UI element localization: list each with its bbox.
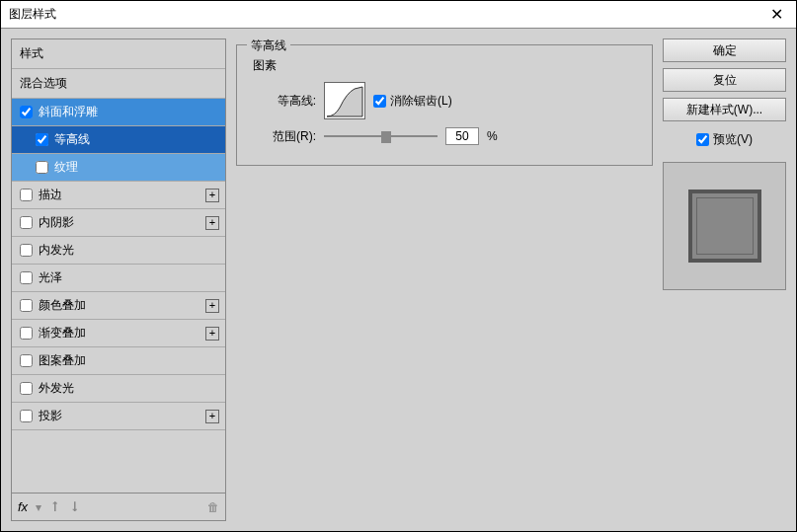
window-title: 图层样式 [9, 6, 757, 23]
preview-box [663, 162, 786, 290]
arrow-up-icon[interactable]: 🠕 [49, 500, 61, 514]
style-label: 描边 [39, 187, 62, 203]
contour-row: 等高线: 消除锯齿(L) [261, 82, 640, 119]
layer-style-dialog: 图层样式 ✕ 样式 混合选项 斜面和浮雕 等高线 纹理 [0, 0, 797, 532]
range-label: 范围(R): [261, 128, 316, 145]
close-button[interactable]: ✕ [757, 1, 796, 29]
style-label: 投影 [39, 408, 62, 424]
fx-label[interactable]: fx [18, 499, 28, 514]
style-item-innerglow[interactable]: 内发光 [12, 237, 225, 265]
style-item-coloroverlay[interactable]: 颜色叠加 + [12, 292, 225, 320]
contour-group: 等高线 图素 等高线: 消除锯齿(L) 范围(R): [236, 44, 653, 166]
settings-panel: 等高线 图素 等高线: 消除锯齿(L) 范围(R): [236, 38, 653, 521]
range-unit: % [487, 129, 498, 143]
arrow-down-icon[interactable]: 🠗 [69, 500, 81, 514]
style-label: 外发光 [39, 380, 74, 397]
reset-button[interactable]: 复位 [663, 68, 786, 92]
style-item-bevel[interactable]: 斜面和浮雕 [12, 99, 225, 126]
style-label: 等高线 [54, 131, 90, 148]
trash-icon[interactable]: 🗑 [207, 500, 219, 514]
style-item-contour[interactable]: 等高线 [12, 126, 225, 154]
ok-button[interactable]: 确定 [663, 38, 786, 62]
style-check-contour[interactable] [36, 133, 48, 146]
sub-title: 图素 [253, 57, 640, 74]
antialias-checkbox[interactable] [373, 95, 386, 108]
style-check-dropshadow[interactable] [20, 410, 33, 422]
style-item-gradientoverlay[interactable]: 渐变叠加 + [12, 320, 225, 347]
style-item-dropshadow[interactable]: 投影 + [12, 403, 225, 430]
style-check-patternoverlay[interactable] [20, 354, 33, 367]
styles-sidebar: 样式 混合选项 斜面和浮雕 等高线 纹理 描边 + [11, 38, 226, 521]
style-check-innershadow[interactable] [20, 216, 33, 229]
add-dropshadow-button[interactable]: + [205, 410, 219, 423]
style-label: 纹理 [54, 159, 78, 176]
style-check-bevel[interactable] [20, 106, 33, 118]
style-check-satin[interactable] [20, 271, 33, 284]
style-item-satin[interactable]: 光泽 [12, 265, 225, 292]
style-label: 内阴影 [39, 214, 74, 231]
add-stroke-button[interactable]: + [205, 189, 219, 202]
new-style-button[interactable]: 新建样式(W)... [663, 98, 786, 121]
style-check-outerglow[interactable] [20, 382, 33, 395]
titlebar: 图层样式 ✕ [1, 1, 796, 29]
slider-thumb[interactable] [381, 131, 391, 143]
style-item-texture[interactable]: 纹理 [12, 154, 225, 182]
dialog-body: 样式 混合选项 斜面和浮雕 等高线 纹理 描边 + [1, 29, 796, 531]
antialias-label: 消除锯齿(L) [390, 93, 452, 110]
style-label: 图案叠加 [39, 352, 86, 369]
preview-toggle: 预览(V) [663, 131, 786, 148]
fx-dropdown-icon[interactable]: ▾ [36, 500, 41, 514]
style-item-outerglow[interactable]: 外发光 [12, 375, 225, 403]
sidebar-footer: fx ▾ 🠕 🠗 🗑 [12, 493, 225, 520]
style-check-innerglow[interactable] [20, 244, 33, 257]
preview-label: 预览(V) [713, 131, 753, 148]
preview-swatch [688, 190, 761, 263]
add-innershadow-button[interactable]: + [205, 216, 219, 230]
styles-list: 样式 混合选项 斜面和浮雕 等高线 纹理 描边 + [12, 39, 225, 493]
style-label: 光泽 [39, 269, 62, 286]
blending-options-header[interactable]: 混合选项 [12, 69, 225, 99]
styles-header[interactable]: 样式 [12, 39, 225, 69]
group-title: 等高线 [247, 38, 290, 54]
antialias-wrap: 消除锯齿(L) [373, 93, 452, 110]
range-slider[interactable] [324, 129, 438, 143]
style-check-texture[interactable] [36, 161, 48, 174]
add-gradientoverlay-button[interactable]: + [205, 327, 219, 341]
style-label: 颜色叠加 [39, 297, 86, 314]
style-check-stroke[interactable] [20, 189, 33, 201]
style-check-coloroverlay[interactable] [20, 299, 33, 312]
add-coloroverlay-button[interactable]: + [205, 299, 219, 313]
range-input[interactable] [445, 127, 479, 145]
style-item-innershadow[interactable]: 内阴影 + [12, 209, 225, 237]
contour-label: 等高线: [261, 93, 316, 110]
style-label: 斜面和浮雕 [39, 104, 98, 120]
contour-picker[interactable] [324, 82, 365, 119]
style-label: 渐变叠加 [39, 325, 86, 342]
style-item-patternoverlay[interactable]: 图案叠加 [12, 347, 225, 375]
range-row: 范围(R): % [261, 127, 640, 145]
style-item-stroke[interactable]: 描边 + [12, 182, 225, 209]
actions-panel: 确定 复位 新建样式(W)... 预览(V) [663, 38, 786, 521]
preview-checkbox[interactable] [696, 133, 709, 146]
style-label: 内发光 [39, 242, 74, 259]
style-check-gradientoverlay[interactable] [20, 327, 33, 340]
